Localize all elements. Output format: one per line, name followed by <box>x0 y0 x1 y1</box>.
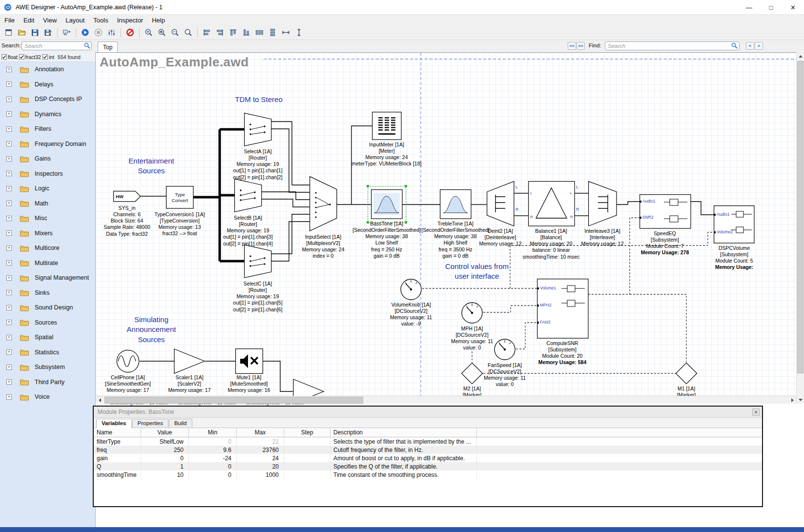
zoom-in-button[interactable] <box>142 26 155 39</box>
block-cellphone[interactable] <box>116 349 140 373</box>
block-inputmeter[interactable] <box>372 112 402 140</box>
block-mph[interactable] <box>460 300 484 325</box>
block-basstone[interactable] <box>371 189 403 219</box>
expand-icon[interactable]: + <box>6 290 12 295</box>
close-button[interactable]: ✕ <box>782 0 804 15</box>
zoom-region-button[interactable] <box>182 26 195 39</box>
column-header-max[interactable]: Max <box>237 428 284 437</box>
sidebar-item-voice[interactable]: +Voice <box>0 389 95 405</box>
find-next-all-button[interactable]: >> <box>577 42 585 50</box>
properties-title-bar[interactable]: Module Properties: BassTone ✕ <box>94 407 762 418</box>
open-button[interactable] <box>15 26 28 39</box>
expand-icon[interactable]: + <box>6 82 12 87</box>
block-m1[interactable] <box>675 362 698 385</box>
zoom-out-button[interactable] <box>168 26 182 39</box>
expand-icon[interactable]: + <box>6 97 12 102</box>
block-volumeknob[interactable] <box>399 277 423 301</box>
block-interleave3[interactable] <box>588 181 617 226</box>
sidebar-item-sources[interactable]: +Sources <box>0 315 95 330</box>
filter-fract32[interactable]: fract32 <box>19 54 41 60</box>
run-button[interactable] <box>79 26 92 39</box>
column-header-name[interactable]: Name <box>94 428 141 437</box>
align-left-button[interactable] <box>200 26 213 39</box>
sidebar-item-dsp-concepts-ip[interactable]: +DSP Concepts IP <box>0 92 95 107</box>
sidebar-item-logic[interactable]: +Logic <box>0 181 95 196</box>
v-scroll-thumb[interactable] <box>797 61 804 373</box>
deploy-button[interactable] <box>60 26 73 39</box>
sidebar-item-math[interactable]: +Math <box>0 196 95 211</box>
align-right-button[interactable] <box>213 26 227 39</box>
menu-view[interactable]: View <box>39 15 61 25</box>
expand-icon[interactable]: + <box>6 365 12 370</box>
h-scroll-thumb[interactable] <box>104 397 363 404</box>
close-properties-button[interactable]: ✕ <box>752 409 760 416</box>
annotation-tdm-to-stereo[interactable]: TDM to Stereo <box>210 95 308 104</box>
tab-top[interactable]: Top <box>98 41 118 52</box>
annotation-control-values[interactable]: Control values from user interface <box>428 262 526 282</box>
tune-button[interactable] <box>105 26 118 39</box>
profile-disabled-button[interactable] <box>124 26 137 39</box>
column-header-min[interactable]: Min <box>189 428 237 437</box>
expand-icon[interactable]: + <box>6 379 12 385</box>
properties-tab-properties[interactable]: Properties <box>132 419 168 428</box>
design-canvas[interactable]: AutoAmp_Example.awd <box>96 52 796 396</box>
save-as-button[interactable] <box>41 26 55 39</box>
scroll-left-button[interactable] <box>96 396 103 404</box>
sidebar-item-gains[interactable]: +Gains <box>0 151 95 166</box>
properties-tab-variables[interactable]: Variables <box>96 419 132 428</box>
expand-icon[interactable]: + <box>6 260 12 266</box>
menu-edit[interactable]: Edit <box>19 15 39 25</box>
stop-button[interactable] <box>92 26 105 39</box>
sidebar-item-sinks[interactable]: +Sinks <box>0 286 95 301</box>
block-speedeq[interactable]: Audio1 SNR2 <box>639 194 691 229</box>
new-window-button[interactable] <box>2 26 15 39</box>
variable-row-smoothingTime[interactable]: smoothingTime1001000Time constant of the… <box>94 471 762 479</box>
find-prev-all-button[interactable]: << <box>568 42 576 50</box>
maximize-button[interactable]: □ <box>760 0 782 15</box>
expand-icon[interactable]: + <box>6 320 12 325</box>
block-balance1[interactable]: LR LR <box>528 181 575 226</box>
block-selectc[interactable] <box>244 245 272 278</box>
scroll-down-button[interactable] <box>797 396 804 404</box>
expand-icon[interactable]: + <box>6 275 12 281</box>
match-width-button[interactable] <box>279 26 292 39</box>
menu-layout[interactable]: Layout <box>61 15 89 25</box>
block-computesnr[interactable]: Volume1 MPH2 FAN3 <box>537 279 589 339</box>
sidebar-item-mixers[interactable]: +Mixers <box>0 226 95 241</box>
block-typeconversion1[interactable]: Type Convert <box>166 186 194 209</box>
annotation-announcement-sources[interactable]: Simulating Announcement Sources <box>103 315 200 345</box>
align-bottom-button[interactable] <box>240 26 253 39</box>
sidebar-item-dynamics[interactable]: +Dynamics <box>0 107 95 122</box>
expand-icon[interactable]: + <box>6 230 12 236</box>
scroll-up-button[interactable] <box>797 52 804 60</box>
menu-file[interactable]: File <box>0 15 19 25</box>
block-sys-in[interactable]: HW <box>113 191 141 202</box>
sidebar-item-multicore[interactable]: +Multicore <box>0 241 95 256</box>
save-button[interactable] <box>28 26 41 39</box>
column-header-description[interactable]: Description <box>330 428 477 437</box>
annotation-entertainment-sources[interactable]: Entertainment Sources <box>103 156 200 176</box>
sidebar-item-signal-management[interactable]: +Signal Management <box>0 270 95 286</box>
expand-icon[interactable]: + <box>6 246 12 251</box>
expand-icon[interactable]: + <box>6 394 12 400</box>
zoom-fit-button[interactable] <box>155 26 168 39</box>
column-header-value[interactable]: Value <box>141 428 189 437</box>
find-next-button[interactable]: > <box>755 42 763 50</box>
column-header-step[interactable]: Step <box>284 428 330 437</box>
expand-icon[interactable]: + <box>6 67 12 72</box>
block-selectb[interactable] <box>234 179 262 212</box>
canvas-h-scrollbar[interactable] <box>96 396 796 404</box>
block-trebletone[interactable] <box>440 189 472 219</box>
match-height-button[interactable] <box>292 26 306 39</box>
block-mute1[interactable] <box>235 348 263 374</box>
sidebar-item-inspectors[interactable]: +Inspectors <box>0 166 95 182</box>
expand-icon[interactable]: + <box>6 305 12 310</box>
expand-icon[interactable]: + <box>6 171 12 176</box>
align-top-button[interactable] <box>227 26 240 39</box>
block-scaler1[interactable] <box>174 348 206 374</box>
distribute-vertical-button[interactable] <box>266 26 279 39</box>
expand-icon[interactable]: + <box>6 156 12 162</box>
variable-row-filterType[interactable]: filterTypeShelfLow022Selects the type of… <box>94 437 762 446</box>
sidebar-item-statistics[interactable]: +Statistics <box>0 345 95 360</box>
expand-icon[interactable]: + <box>6 216 12 221</box>
